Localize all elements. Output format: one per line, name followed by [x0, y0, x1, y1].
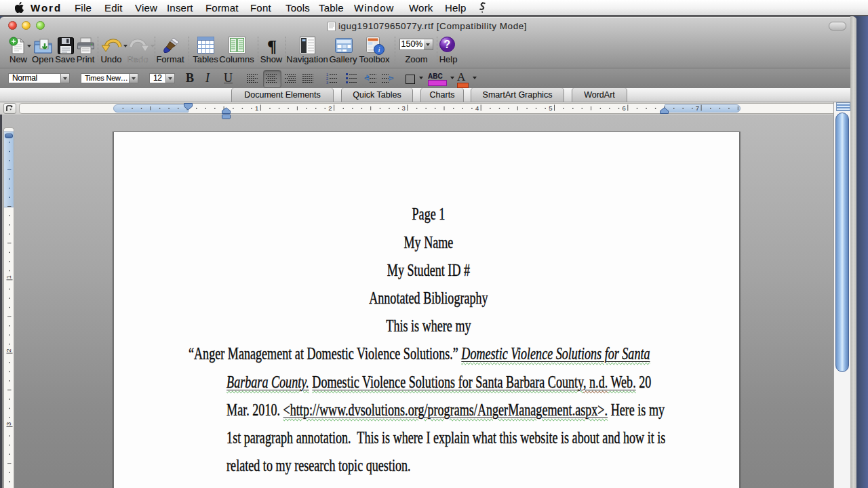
svg-text:6: 6 [623, 104, 626, 112]
svg-text:4: 4 [475, 104, 479, 112]
svg-text:1: 1 [255, 104, 258, 112]
svg-text:2: 2 [5, 348, 13, 352]
svg-text:3: 3 [5, 422, 13, 426]
svg-text:5: 5 [549, 104, 552, 112]
svg-text:3: 3 [326, 81, 328, 84]
svg-text:2: 2 [328, 104, 332, 112]
svg-text:i: i [378, 45, 380, 54]
svg-text:3: 3 [402, 104, 406, 112]
svg-text:?: ? [444, 39, 451, 50]
svg-text:1: 1 [5, 275, 13, 279]
svg-text:7: 7 [696, 104, 699, 112]
